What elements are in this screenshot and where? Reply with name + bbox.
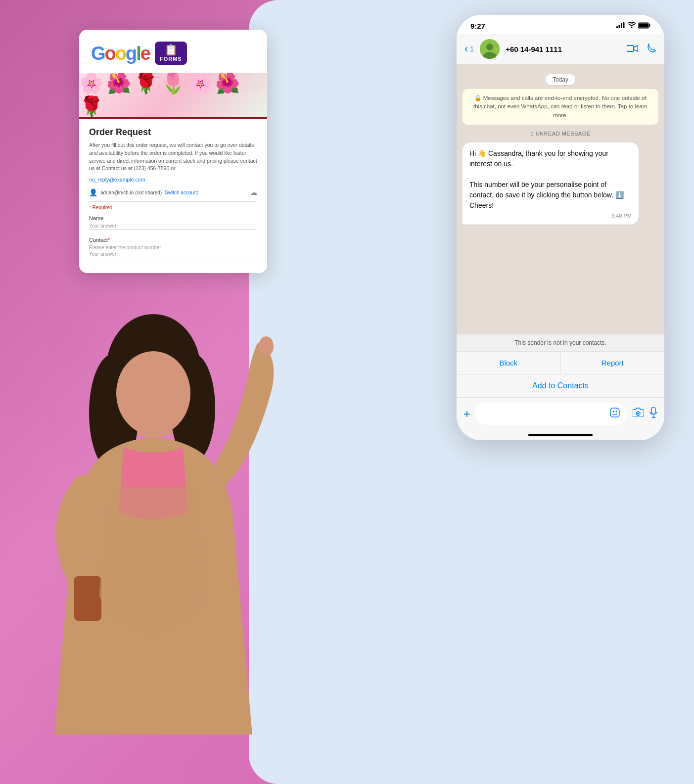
microphone-icon[interactable] [649,407,657,420]
required-label: * Required [89,205,257,210]
wa-input-area: + [457,397,664,430]
wifi-icon [628,22,636,30]
battery-icon [638,22,650,30]
contact-field: Contact* Please enter the product number… [89,237,257,258]
message-bubble: Hi 👋 Cassandra, thank you for showing yo… [463,142,639,225]
wa-chat-area: Today 🔒 Messages and calls are end-to-en… [457,64,664,334]
phone-call-icon[interactable] [648,44,656,55]
add-to-contacts-area: Add to Contacts [457,374,664,397]
encryption-notice[interactable]: 🔒 Messages and calls are end-to-end encr… [463,89,658,125]
svg-point-9 [486,44,493,50]
svg-point-13 [613,411,614,413]
report-button[interactable]: Report [561,352,665,374]
svg-point-24 [116,351,190,435]
switch-account-link[interactable]: Switch account [165,190,198,195]
signal-icon [616,22,625,30]
forms-icon: 📋 [164,45,178,55]
svg-rect-1 [619,25,620,28]
svg-rect-17 [651,407,655,414]
status-icons [616,22,650,30]
svg-rect-7 [639,23,648,28]
google-logo: Google [91,44,150,63]
person-image [0,240,346,784]
gf-floral-banner: 🌸🌺🌹🌷🌸🌺🌹 [79,73,267,117]
form-description: After you fill out this order request, w… [89,141,257,173]
wa-action-icons [627,44,656,55]
message-time: 9:40 PM [469,213,632,219]
date-chip: Today [546,74,575,85]
wa-action-buttons: Block Report [457,351,664,374]
contact-avatar [480,39,500,59]
svg-rect-2 [621,23,622,28]
svg-point-16 [637,413,639,415]
message-input[interactable] [475,403,628,425]
input-icons [633,407,657,420]
svg-rect-12 [610,408,619,417]
form-title: Order Request [89,127,257,138]
home-indicator [457,430,664,440]
name-label: Name [89,215,257,221]
unknown-sender-text: This sender is not in your contacts. [514,339,606,346]
message-text: Hi 👋 Cassandra, thank you for showing yo… [469,148,632,211]
date-divider: Today [463,74,658,85]
forms-text: FORMS [160,56,182,62]
gf-account-row: 👤 adrian@rych.io (not shared) Switch acc… [89,188,257,202]
svg-rect-11 [627,46,634,51]
svg-rect-0 [616,26,618,28]
plus-button[interactable]: + [463,407,470,421]
contact-hint: Your answer [89,251,257,257]
encryption-text: 🔒 Messages and calls are end-to-end encr… [469,94,651,120]
add-to-contacts-button[interactable]: Add to Contacts [532,381,589,390]
whatsapp-phone: 9:27 [457,15,664,440]
svg-rect-6 [649,24,650,27]
back-button[interactable]: ‹ 1 [464,43,474,55]
home-bar [528,434,593,436]
gf-header: Google 📋 FORMS [79,30,267,73]
svg-point-25 [259,336,274,356]
name-hint: Your answer [89,223,257,229]
svg-point-14 [616,411,617,413]
contact-name[interactable]: +60 14-941 1111 [506,45,621,53]
contact-sublabel: Please enter the product number [89,245,257,250]
unknown-sender-notice: This sender is not in your contacts. [457,334,664,351]
block-button[interactable]: Block [457,352,561,374]
status-time: 9:27 [470,22,485,30]
unread-divider: 1 UNREAD MESSAGE [463,131,658,137]
video-call-icon[interactable] [627,44,638,55]
contact-label: Contact* [89,237,257,243]
gf-body: Order Request After you fill out this or… [79,117,267,273]
status-bar: 9:27 [457,15,664,34]
svg-rect-3 [623,22,625,28]
forms-badge: 📋 FORMS [155,42,187,65]
google-forms-card: Google 📋 FORMS 🌸🌺🌹🌷🌸🌺🌹 Order Request Aft… [79,30,267,273]
camera-icon[interactable] [633,407,644,420]
svg-rect-26 [74,576,101,621]
back-count: 1 [470,45,474,53]
name-field: Name Your answer [89,215,257,230]
svg-point-4 [631,27,633,28]
account-text: adrian@rych.io (not shared) [100,190,162,195]
sticker-icon [610,408,620,420]
form-link[interactable]: no_reply@example.com [89,177,145,183]
wa-header: ‹ 1 +60 14-941 1111 [457,34,664,64]
